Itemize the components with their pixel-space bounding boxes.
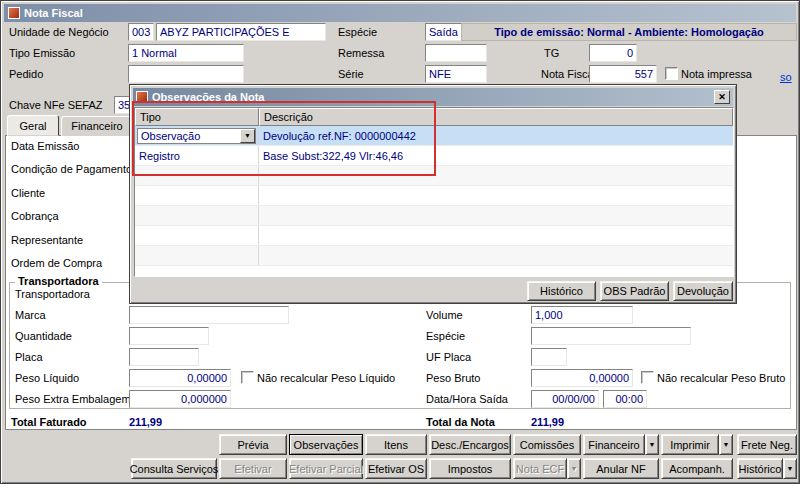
cliente-label: Cliente — [11, 187, 45, 199]
especie-value: Saída — [429, 26, 458, 38]
condicao-pagamento-label: Condição de Pagamento — [11, 163, 132, 175]
marca-field[interactable] — [129, 306, 289, 324]
imprimir-dropdown-arrow[interactable] — [719, 434, 733, 455]
historico-main-button[interactable]: Histórico — [737, 458, 783, 479]
volume-field[interactable]: 1,000 — [531, 306, 633, 324]
serie-label: Série — [338, 68, 364, 80]
grid-empty-row — [135, 246, 733, 266]
emissao-ambiente-banner: Tipo de emissão: Normal - Ambiente: Homo… — [461, 23, 797, 41]
nota-fiscal-window: Nota Fiscal Unidade de Negócio 003 ABYZ … — [0, 0, 800, 484]
descricao-cell: Devolução ref.NF: 0000000442 — [259, 126, 733, 145]
chevron-down-icon[interactable] — [240, 129, 255, 143]
peso-extra-embalagem-field[interactable]: 0,000000 — [129, 390, 231, 408]
tipo-combobox[interactable]: Observação — [137, 128, 256, 144]
window-icon — [8, 7, 20, 19]
historico-dropdown-arrow[interactable] — [783, 458, 797, 479]
tg-field[interactable]: 0 — [589, 44, 637, 62]
transportadora-group-title: Transportadora — [15, 275, 102, 287]
serie-field[interactable]: NFE — [425, 65, 487, 83]
efetivar-parcial-button[interactable]: Efetivar Parcial — [289, 458, 363, 479]
dialog-icon — [136, 91, 148, 103]
quantidade-field[interactable] — [129, 327, 209, 345]
total-da-nota-label: Total da Nota — [426, 416, 495, 428]
nao-recalcular-peso-liquido-checkbox[interactable] — [241, 371, 254, 384]
placa-field[interactable] — [129, 348, 199, 366]
grid-empty-row — [135, 226, 733, 246]
nota-ecf-dropdown-arrow[interactable] — [567, 458, 581, 479]
close-icon[interactable] — [714, 90, 730, 104]
especie-transporte-field[interactable] — [531, 327, 691, 345]
peso-bruto-label: Peso Bruto — [426, 372, 480, 384]
acompanh-button[interactable]: Acompanh. — [661, 458, 733, 479]
uf-placa-field[interactable] — [531, 348, 567, 366]
impostos-button[interactable]: Impostos — [429, 458, 511, 479]
transportadora-label: Transportadora — [15, 288, 90, 300]
observacoes-dialog: Observações da Nota Tipo Descrição Obser… — [129, 84, 737, 304]
grid-empty-row — [135, 166, 733, 186]
total-da-nota-value: 211,99 — [531, 416, 564, 428]
nao-recalcular-peso-liquido-label: Não recalcular Peso Líquido — [257, 372, 395, 384]
grid-empty-row — [135, 186, 733, 206]
total-faturado-label: Total Faturado — [11, 416, 87, 428]
data-saida-field[interactable]: 00/00/00 — [531, 390, 599, 408]
placa-label: Placa — [15, 351, 43, 363]
consulta-servicos-button[interactable]: Consulta Serviços — [131, 458, 217, 479]
data-hora-saida-label: Data/Hora Saída — [426, 393, 508, 405]
efetivar-button[interactable]: Efetivar — [219, 458, 287, 479]
peso-extra-embalagem-label: Peso Extra Embalagem — [15, 393, 131, 405]
pedido-field[interactable] — [128, 65, 244, 83]
desc-encargos-button[interactable]: Desc./Encargos — [429, 434, 511, 455]
efetivar-os-button[interactable]: Efetivar OS — [365, 458, 427, 479]
unidade-negocio-code-field[interactable]: 003 — [128, 23, 154, 41]
link-fragment[interactable]: so — [780, 71, 792, 83]
tab-financeiro[interactable]: Financeiro — [61, 116, 133, 136]
frete-neg-button[interactable]: Frete Neg. — [737, 434, 797, 455]
peso-liquido-label: Peso Líquido — [15, 372, 79, 384]
observacoes-button[interactable]: Observações — [289, 434, 363, 455]
devolucao-button[interactable]: Devolução — [673, 281, 733, 301]
imprimir-button[interactable]: Imprimir — [661, 434, 719, 455]
cobranca-label: Cobrança — [11, 210, 59, 222]
especie-transporte-label: Espécie — [426, 330, 465, 342]
grid-header-descricao: Descrição — [259, 108, 733, 126]
itens-button[interactable]: Itens — [365, 434, 427, 455]
peso-bruto-field[interactable]: 0,00000 — [531, 369, 633, 387]
grid-row-observacao[interactable]: Observação Devolução ref.NF: 0000000442 — [135, 126, 733, 146]
tg-label: TG — [544, 47, 559, 59]
peso-liquido-field[interactable]: 0,00000 — [129, 369, 231, 387]
grid-header-tipo: Tipo — [135, 108, 259, 126]
nota-impressa-label: Nota impressa — [681, 68, 752, 80]
data-emissao-label: Data Emissão — [11, 140, 79, 152]
nota-ecf-button[interactable]: Nota ECF — [513, 458, 567, 479]
uf-placa-label: UF Placa — [426, 351, 471, 363]
obs-padrao-button[interactable]: OBS Padrão — [600, 281, 669, 301]
dialog-titlebar: Observações da Nota — [133, 88, 733, 106]
historico-dialog-button[interactable]: Histórico — [527, 281, 596, 301]
hora-saida-field[interactable]: 00:00 — [603, 390, 647, 408]
window-title: Nota Fiscal — [24, 7, 83, 19]
remessa-field[interactable] — [425, 44, 487, 62]
nao-recalcular-peso-bruto-label: Não recalcular Peso Bruto — [657, 372, 785, 384]
tipo-emissao-label: Tipo Emissão — [9, 47, 75, 59]
chave-nfe-label: Chave NFe SEFAZ — [9, 99, 103, 111]
tipo-value: Observação — [141, 130, 200, 142]
quantidade-label: Quantidade — [15, 330, 72, 342]
unidade-negocio-name-field[interactable]: ABYZ PARTICIPAÇÕES E — [156, 23, 326, 41]
nota-fiscal-number-field[interactable]: 557 — [589, 65, 657, 83]
grid-row-registro[interactable]: Registro Base Subst:322,49 Vlr:46,46 — [135, 146, 733, 166]
marca-label: Marca — [15, 309, 46, 321]
tab-geral[interactable]: Geral — [7, 115, 59, 136]
unidade-negocio-label: Unidade de Negócio — [9, 26, 109, 38]
financeiro-button[interactable]: Financeiro — [583, 434, 645, 455]
tipo-cell: Registro — [135, 146, 259, 165]
anular-nf-button[interactable]: Anular NF — [583, 458, 659, 479]
financeiro-dropdown-arrow[interactable] — [645, 434, 659, 455]
comissoes-button[interactable]: Comissões — [513, 434, 581, 455]
ordem-compra-label: Ordem de Compra — [11, 257, 102, 269]
grid-empty-row — [135, 206, 733, 226]
nota-impressa-checkbox[interactable] — [665, 67, 678, 80]
nao-recalcular-peso-bruto-checkbox[interactable] — [641, 371, 654, 384]
representante-label: Representante — [11, 234, 83, 246]
previa-button[interactable]: Prévia — [219, 434, 287, 455]
tipo-emissao-field[interactable]: 1 Normal — [128, 44, 244, 62]
